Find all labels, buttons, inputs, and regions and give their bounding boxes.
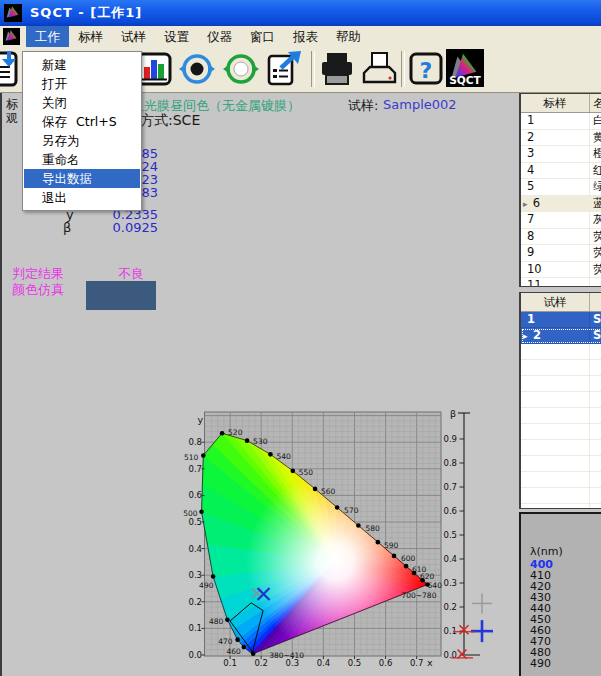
svg-text:0.0: 0.0 [443,650,457,660]
svg-text:0.6: 0.6 [379,658,393,668]
standard-row-3[interactable]: 3橙 [521,146,601,163]
svg-text:0.5: 0.5 [443,530,457,540]
help-icon[interactable]: ? [406,49,446,89]
sample-label: 试样: [348,97,378,115]
file-menu-item-6[interactable]: 导出数据 [24,169,140,188]
menu-item-4[interactable]: 仪器 [198,26,241,47]
svg-text:0.4: 0.4 [443,554,457,564]
samples-col1-header: 试样 [521,293,590,311]
svg-text:560: 560 [321,487,336,496]
title-bar[interactable]: SQCT - [工作1] [0,0,601,26]
menu-item-0[interactable]: 工作 [26,26,69,47]
svg-text:0.1: 0.1 [188,623,202,633]
export-data-icon[interactable] [264,49,304,89]
color-sim-label: 颜色仿真 [12,281,64,299]
svg-text:700~780: 700~780 [401,591,436,600]
svg-text:540: 540 [276,452,291,461]
sample-row-empty[interactable] [521,456,601,472]
sample-row-empty[interactable] [521,408,601,424]
sqct-logo-icon[interactable]: SQCT [446,49,486,89]
svg-text:x: x [427,657,433,668]
standards-table: 标样 名 1白2黄3橙4红5绿▸ 6蓝7灰8荧9荧10荧11 [519,93,601,287]
file-menu-item-1[interactable]: 打开 [24,74,140,93]
sample-row-empty[interactable] [521,424,601,440]
sample-row-empty[interactable] [521,472,601,488]
print-icon[interactable] [317,49,357,89]
file-menu-item-7[interactable]: 退出 [24,188,140,207]
svg-text:0.3: 0.3 [188,570,202,580]
window-left-frame [0,93,2,676]
menu-item-1[interactable]: 标样 [69,26,112,47]
menu-item-7[interactable]: 帮助 [327,26,370,47]
standard-row-1[interactable]: 1白 [521,113,601,130]
svg-text:530: 530 [253,437,268,446]
sample-row-empty[interactable] [521,504,601,509]
file-menu-item-0[interactable]: 新建 [24,55,140,74]
samples-col2-header [590,293,601,311]
sample-row-empty[interactable] [521,488,601,504]
file-menu-item-2[interactable]: 关闭 [24,93,140,112]
sample-name: Sample002 [383,97,457,112]
standard-row-7[interactable]: 7灰 [521,212,601,229]
standard-row-10[interactable]: 10荧 [521,262,601,279]
standard-row-6[interactable]: ▸ 6蓝 [521,196,601,213]
samples-table-header: 试样 [521,293,601,312]
svg-text:0.7: 0.7 [410,658,424,668]
sample-row-empty[interactable] [521,376,601,392]
menu-item-2[interactable]: 试样 [112,26,155,47]
sample-row-2[interactable]: ▸ 2S [521,328,601,344]
measure-sample-icon[interactable] [221,49,261,89]
svg-text:0.5: 0.5 [188,517,202,527]
svg-text:0.9: 0.9 [443,434,457,444]
svg-text:0.2: 0.2 [443,602,457,612]
cie-chromaticity-chart: 0.10.20.30.40.50.60.70.00.10.20.30.40.50… [183,405,505,676]
svg-text:0.4: 0.4 [188,544,202,554]
window-title: SQCT - [工作1] [30,0,142,26]
standards-table-header: 标样 名 [521,94,601,113]
svg-text:590: 590 [384,541,399,550]
beta-value: 0.0925 [98,220,158,235]
app-icon[interactable] [4,4,22,26]
svg-text:0.7: 0.7 [188,464,202,474]
wavelength-item-490[interactable]: 490 [530,658,553,669]
standard-row-11[interactable]: 11 [521,278,601,287]
menu-item-5[interactable]: 窗口 [241,26,284,47]
menu-items: 工作标样试样设置仪器窗口报表帮助 [26,26,370,47]
standard-row-4[interactable]: 4红 [521,163,601,180]
sample-row-empty[interactable] [521,392,601,408]
svg-text:0.7: 0.7 [443,482,457,492]
standards-col2-header: 名 [590,94,601,112]
toolbar-separator [401,51,405,87]
beta-label: β [63,220,71,235]
print-preview-icon[interactable] [359,49,399,89]
svg-text:550: 550 [299,468,314,477]
measure-standard-icon[interactable] [177,49,217,89]
sample-row-1[interactable]: 1S [521,312,601,328]
measure-mode: 方式:SCE [140,112,200,130]
sample-row-empty[interactable] [521,360,601,376]
samples-table: 试样 1S▸ 2S [519,292,601,509]
sample-row-empty[interactable] [521,344,601,360]
standard-row-8[interactable]: 8荧 [521,229,601,246]
svg-text:520: 520 [228,428,243,437]
svg-text:0.8: 0.8 [443,458,457,468]
svg-text:470: 470 [218,637,233,646]
svg-text:510: 510 [184,453,199,462]
svg-text:0.0: 0.0 [188,650,202,660]
svg-text:SQCT: SQCT [449,74,481,87]
svg-text:0.4: 0.4 [317,658,331,668]
svg-text:0.2: 0.2 [254,658,268,668]
standard-row-9[interactable]: 9荧 [521,245,601,262]
standard-row-2[interactable]: 2黄 [521,130,601,147]
import-doc-icon[interactable] [0,49,23,89]
menu-item-3[interactable]: 设置 [155,26,198,47]
child-window-icon[interactable] [3,28,20,49]
file-menu-item-5[interactable]: 重命名 [24,150,140,169]
file-menu-item-4[interactable]: 另存为 [24,131,140,150]
standard-row-5[interactable]: 5绿 [521,179,601,196]
svg-text:β: β [450,408,456,419]
svg-text:0.6: 0.6 [188,490,202,500]
menu-item-6[interactable]: 报表 [284,26,327,47]
file-menu-item-3[interactable]: 保存Ctrl+S [24,112,140,131]
sample-row-empty[interactable] [521,440,601,456]
